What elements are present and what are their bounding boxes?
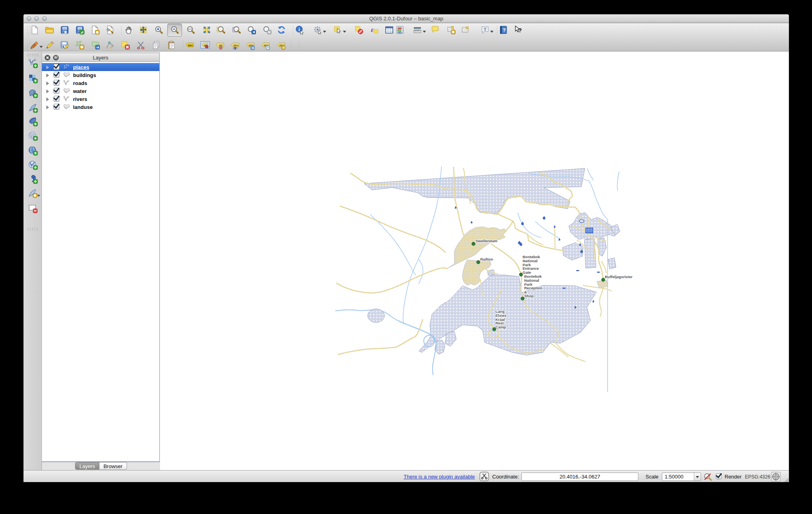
svg-text:Swellendam: Swellendam xyxy=(475,239,497,243)
svg-text:ε: ε xyxy=(371,26,374,34)
svg-text:Camp: Camp xyxy=(495,325,506,329)
svg-text:abc: abc xyxy=(188,43,193,47)
svg-text:Buffeljagsrivier: Buffeljagsrivier xyxy=(605,275,632,279)
svg-text:Shop: Shop xyxy=(524,294,534,298)
svg-text:1:1: 1:1 xyxy=(188,28,192,30)
svg-text:Reception: Reception xyxy=(524,286,543,290)
svg-text:T: T xyxy=(484,27,487,32)
svg-text:Railton: Railton xyxy=(480,257,493,261)
svg-text:?: ? xyxy=(503,27,506,33)
svg-text:abc: abc xyxy=(234,43,239,47)
svg-text:?: ? xyxy=(518,27,522,34)
